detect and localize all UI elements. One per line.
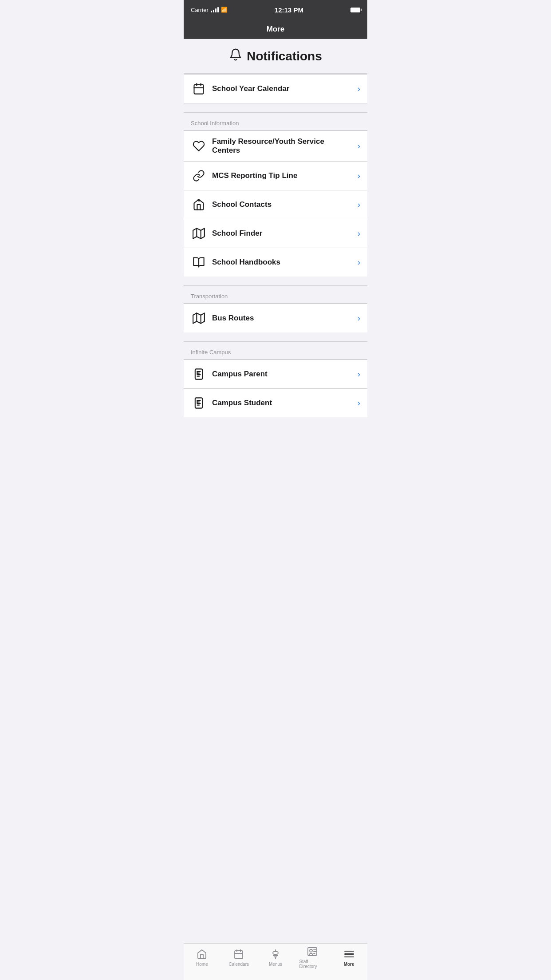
nav-title: More (267, 25, 285, 34)
bell-icon (229, 48, 242, 64)
school-icon (191, 197, 207, 213)
chevron-right-icon: › (358, 84, 360, 94)
book-icon (191, 254, 207, 270)
calendar-icon (191, 81, 207, 97)
status-right (350, 8, 360, 12)
chevron-right-icon: › (358, 142, 360, 151)
school-contacts-label: School Contacts (212, 200, 354, 209)
mcs-reporting-item[interactable]: MCS Reporting Tip Line › (184, 162, 367, 190)
campus-parent-item[interactable]: Campus Parent › (184, 360, 367, 389)
svg-rect-18 (195, 398, 202, 408)
school-finder-label: School Finder (212, 229, 354, 238)
school-year-calendar-label: School Year Calendar (212, 84, 354, 93)
svg-rect-12 (195, 369, 202, 379)
status-time: 12:13 PM (275, 6, 303, 14)
school-information-group: Family Resource/Youth Service Centers › … (184, 130, 367, 277)
svg-marker-6 (193, 228, 205, 238)
map-icon (191, 225, 207, 241)
carrier-info: Carrier 📶 (191, 7, 228, 13)
school-handbooks-label: School Handbooks (212, 258, 354, 267)
content-area: Notifications School Year Calendar › Sch… (184, 39, 367, 457)
signal-icon (211, 7, 219, 12)
school-contacts-item[interactable]: School Contacts › (184, 190, 367, 219)
wifi-icon: 📶 (221, 7, 228, 13)
bus-routes-label: Bus Routes (212, 314, 354, 323)
campus-student-label: Campus Student (212, 399, 354, 407)
link-icon (191, 168, 207, 184)
bus-routes-item[interactable]: Bus Routes › (184, 304, 367, 332)
campus-parent-icon (191, 366, 207, 382)
carrier-text: Carrier (191, 7, 209, 13)
heart-icon (191, 138, 207, 154)
chevron-right-icon: › (358, 200, 360, 209)
status-bar: Carrier 📶 12:13 PM (184, 0, 367, 20)
svg-marker-9 (193, 313, 205, 323)
school-year-calendar-row[interactable]: School Year Calendar › (184, 74, 367, 103)
chevron-right-icon: › (358, 258, 360, 267)
chevron-right-icon: › (358, 314, 360, 323)
notifications-header: Notifications (184, 39, 367, 74)
school-information-header: School Information (184, 112, 367, 130)
school-finder-item[interactable]: School Finder › (184, 219, 367, 248)
mcs-reporting-label: MCS Reporting Tip Line (212, 171, 354, 180)
transportation-group: Bus Routes › (184, 304, 367, 332)
transportation-header: Transportation (184, 285, 367, 304)
battery-icon (350, 8, 360, 12)
spacer-1 (184, 103, 367, 112)
map2-icon (191, 310, 207, 326)
chevron-right-icon: › (358, 399, 360, 408)
family-resource-label: Family Resource/Youth Service Centers (212, 137, 354, 155)
spacer-2 (184, 277, 367, 285)
chevron-right-icon: › (358, 171, 360, 181)
school-handbooks-item[interactable]: School Handbooks › (184, 248, 367, 277)
campus-parent-label: Campus Parent (212, 370, 354, 379)
chevron-right-icon: › (358, 370, 360, 379)
school-year-calendar-item[interactable]: School Year Calendar › (184, 74, 367, 103)
campus-student-icon (191, 395, 207, 411)
family-resource-item[interactable]: Family Resource/Youth Service Centers › (184, 130, 367, 162)
notifications-title: Notifications (247, 49, 322, 63)
spacer-3 (184, 332, 367, 341)
campus-student-item[interactable]: Campus Student › (184, 389, 367, 417)
svg-rect-0 (194, 85, 204, 94)
infinite-campus-group: Campus Parent › Campus Student › (184, 360, 367, 417)
infinite-campus-header: Infinite Campus (184, 341, 367, 360)
chevron-right-icon: › (358, 229, 360, 238)
nav-bar: More (184, 20, 367, 39)
